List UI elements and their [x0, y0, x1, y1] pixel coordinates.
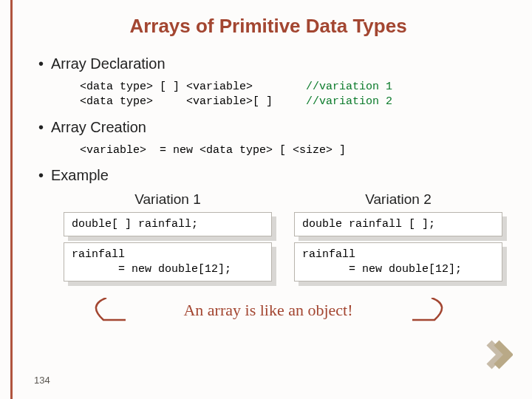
callout-row: An array is like an object! [34, 298, 502, 332]
callout-arrow-right-icon [406, 298, 458, 330]
page-number: 134 [34, 375, 50, 386]
bullet-declaration: Array Declaration [38, 55, 502, 72]
code-comment-2: //variation 2 [306, 95, 392, 108]
col2-box2: rainfall = new double[12]; [294, 242, 502, 282]
col2-title: Variation 2 [294, 191, 502, 208]
col2-box2-wrap: rainfall = new double[12]; [294, 242, 502, 282]
code-decl-2: <data type> <variable>[ ] [80, 95, 273, 108]
column-variation-2: Variation 2 double rainfall [ ]; rainfal… [294, 191, 502, 288]
col1-box2-wrap: rainfall = new double[12]; [64, 242, 272, 282]
col1-title: Variation 1 [64, 191, 272, 208]
code-declaration: <data type> [ ] <variable> //variation 1… [80, 80, 502, 110]
slide-title: Arrays of Primitive Data Types [34, 15, 502, 38]
code-comment-1: //variation 1 [306, 81, 392, 93]
example-columns: Variation 1 double[ ] rainfall; rainfall… [64, 191, 502, 288]
callout-text: An array is like an object! [183, 301, 352, 320]
code-creation: <variable> = new <data type> [ <size> ] [80, 143, 502, 158]
bullet-example: Example [38, 167, 502, 184]
bullet-creation: Array Creation [38, 119, 502, 136]
slide-content: Arrays of Primitive Data Types Array Dec… [0, 0, 532, 332]
col1-box1: double[ ] rainfall; [64, 212, 272, 237]
col2-box1: double rainfall [ ]; [294, 212, 502, 237]
accent-bar [10, 0, 13, 399]
col2-box1-wrap: double rainfall [ ]; [294, 212, 502, 237]
code-decl-1: <data type> [ ] <variable> [80, 81, 253, 93]
col1-box2: rainfall = new double[12]; [64, 242, 272, 282]
next-chevron-icon [486, 340, 513, 369]
callout-arrow-left-icon [81, 298, 133, 330]
col1-box1-wrap: double[ ] rainfall; [64, 212, 272, 237]
column-variation-1: Variation 1 double[ ] rainfall; rainfall… [64, 191, 272, 288]
